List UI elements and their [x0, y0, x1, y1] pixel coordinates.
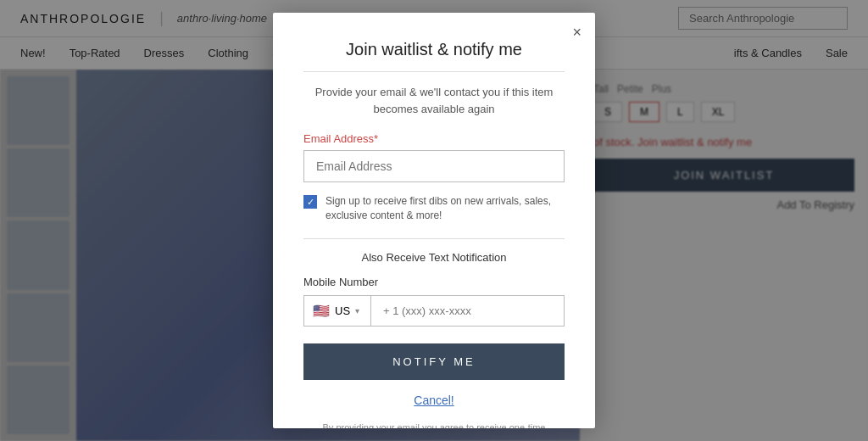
phone-input[interactable] — [371, 295, 565, 327]
email-input[interactable] — [303, 150, 565, 182]
fine-print-text: By providing your email you agree to rec… — [303, 421, 565, 428]
mobile-number-row: 🇺🇸 US ▾ — [303, 295, 565, 327]
modal-title: Join waitlist & notify me — [303, 40, 565, 59]
modal-title-divider — [303, 71, 565, 72]
modal-close-button[interactable]: × — [572, 25, 581, 40]
notify-me-button[interactable]: NOTIFY ME — [303, 343, 565, 380]
chevron-down-icon: ▾ — [355, 306, 359, 315]
modal-overlay: × Join waitlist & notify me Provide your… — [0, 0, 868, 441]
us-flag-icon: 🇺🇸 — [313, 303, 330, 319]
signup-checkbox-row: Sign up to receive first dibs on new arr… — [303, 194, 565, 223]
text-notification-divider — [303, 238, 565, 239]
modal-subtitle: Provide your email & we'll contact you i… — [303, 84, 565, 117]
mobile-number-label: Mobile Number — [303, 276, 565, 288]
country-code: US — [335, 304, 350, 317]
cancel-link[interactable]: Cancel! — [303, 394, 565, 407]
signup-checkbox-label: Sign up to receive first dibs on new arr… — [326, 194, 565, 223]
waitlist-modal: × Join waitlist & notify me Provide your… — [273, 13, 595, 428]
country-select[interactable]: 🇺🇸 US ▾ — [303, 295, 371, 327]
text-notification-label: Also Receive Text Notification — [303, 251, 565, 264]
signup-checkbox[interactable] — [303, 195, 317, 209]
email-label: Email Address* — [303, 132, 565, 145]
